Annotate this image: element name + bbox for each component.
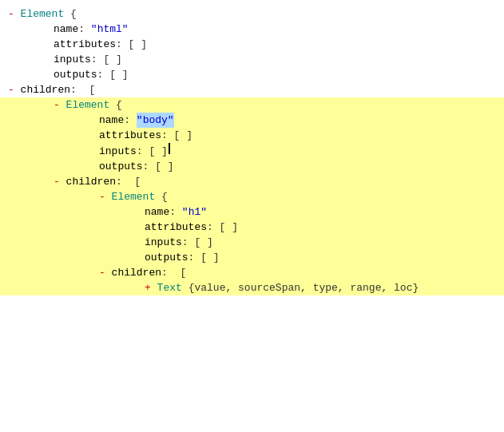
table-row: inputs: [ ]	[0, 143, 504, 159]
table-row: - children: [	[0, 82, 504, 97]
keyword-field: outputs	[54, 67, 97, 82]
punctuation: : [ ]	[182, 235, 213, 250]
keyword-field: inputs	[145, 235, 182, 250]
table-row: attributes: [ ]	[0, 220, 504, 235]
punctuation: {	[155, 189, 168, 204]
keyword-field: attributes	[145, 220, 207, 235]
table-row: name: "h1"	[0, 204, 504, 220]
table-row: - Element {	[0, 189, 504, 204]
punctuation: {	[64, 6, 77, 22]
collapse-icon: -	[54, 174, 66, 189]
keyword-field: inputs	[54, 52, 91, 67]
string-value: "html"	[91, 22, 129, 37]
table-row: + Text {value, sourceSpan, type, range, …	[0, 280, 504, 295]
table-row: - Element {	[0, 6, 504, 22]
table-row: name: "body"	[0, 113, 504, 128]
text-cursor	[169, 143, 170, 154]
punctuation: {	[109, 97, 122, 113]
table-row: - Element {	[0, 97, 504, 113]
string-value: "h1"	[182, 204, 207, 220]
punctuation: :	[124, 113, 137, 128]
punctuation: : [ ]	[91, 52, 122, 67]
keyword-type: Element	[66, 97, 110, 113]
keyword-field: inputs	[99, 144, 137, 159]
punctuation: : [ ]	[97, 67, 129, 82]
keyword-field: children	[112, 265, 161, 280]
table-row: name: "html"	[0, 22, 504, 37]
punctuation: : [ ]	[143, 159, 174, 174]
keyword-field: name	[99, 113, 124, 128]
keyword-type: Element	[21, 6, 65, 22]
punctuation: : [ ]	[116, 37, 147, 52]
keyword-field: attributes	[54, 37, 116, 52]
table-row: attributes: [ ]	[0, 128, 504, 143]
table-row: inputs: [ ]	[0, 235, 504, 250]
string-value-selected: "body"	[137, 113, 174, 128]
table-row: inputs: [ ]	[0, 52, 504, 67]
keyword-field: children	[66, 174, 116, 189]
punctuation: : [	[116, 174, 141, 189]
collapse-icon: -	[54, 97, 66, 113]
collapse-icon: -	[99, 189, 112, 204]
table-row: outputs: [ ]	[0, 159, 504, 174]
keyword-field: attributes	[99, 128, 161, 143]
punctuation: : [ ]	[137, 144, 168, 159]
punctuation: :	[169, 204, 182, 220]
punctuation: {value, sourceSpan, type, range, loc}	[182, 280, 419, 295]
keyword-field: name	[145, 204, 169, 220]
keyword-field: outputs	[99, 159, 143, 174]
table-row: - children: [	[0, 265, 504, 280]
expand-icon: +	[145, 280, 157, 295]
table-row: outputs: [ ]	[0, 250, 504, 265]
punctuation: : [ ]	[189, 250, 220, 265]
keyword-type: Element	[112, 189, 156, 204]
table-row: outputs: [ ]	[0, 67, 504, 82]
keyword-type: Text	[157, 280, 182, 295]
keyword-field: outputs	[145, 250, 189, 265]
punctuation: : [	[161, 265, 186, 280]
punctuation: : [ ]	[161, 128, 192, 143]
table-row: - children: [	[0, 174, 504, 189]
collapse-icon: -	[99, 265, 112, 280]
table-row: attributes: [ ]	[0, 37, 504, 52]
punctuation: :	[78, 22, 91, 37]
punctuation: : [ ]	[207, 220, 238, 235]
punctuation: : [	[70, 82, 95, 97]
collapse-icon: -	[8, 82, 21, 97]
keyword-field: children	[21, 82, 70, 97]
keyword-field: name	[54, 22, 78, 37]
collapse-icon: -	[8, 6, 21, 22]
code-view: - Element {name: "html"attributes: [ ]in…	[0, 0, 504, 432]
